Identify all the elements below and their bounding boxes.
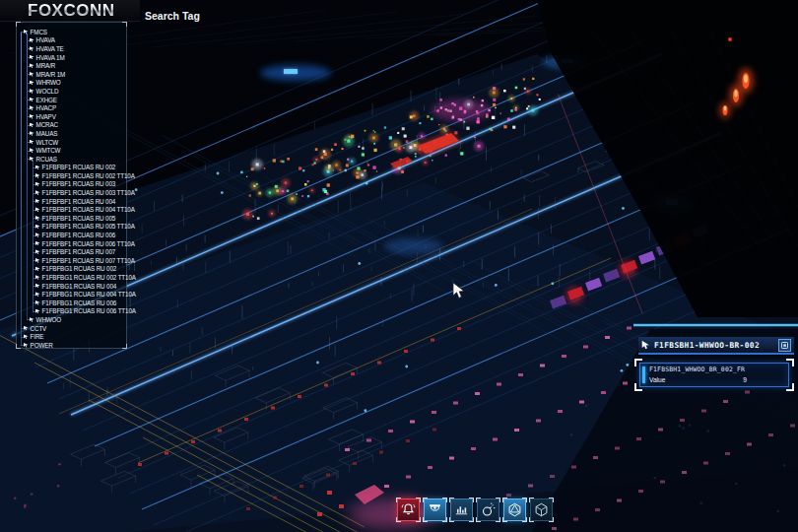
tree-item[interactable]: F1FBFBG1 RCUAS RU 006	[17, 299, 126, 307]
tag-pointer-icon	[30, 38, 34, 43]
tree-item[interactable]: WHRWO	[17, 79, 126, 88]
tree-item[interactable]: MRA/R	[17, 61, 126, 70]
bomb-button[interactable]	[477, 499, 499, 521]
tree-item[interactable]: F1FBFBF1 RCUAS RU 006 TT10A	[17, 239, 126, 248]
tree-item[interactable]: MCRAC	[17, 121, 126, 130]
cube-outline-icon	[533, 501, 550, 518]
alarm-button[interactable]	[397, 499, 420, 521]
tag-pointer-icon	[35, 216, 40, 221]
search-tag-label[interactable]: Search Tag	[145, 10, 200, 22]
tree-item[interactable]: FMCS	[17, 28, 126, 36]
button-corner-tick	[522, 517, 527, 522]
tree-item[interactable]: HVAVA 1M	[17, 53, 126, 62]
pointer-icon	[641, 340, 650, 350]
tree-item[interactable]: WLTCW	[17, 138, 126, 147]
tag-pointer-icon	[30, 98, 34, 102]
tree-item[interactable]: F1FBFBF1 RCUAS RU 003	[17, 180, 126, 189]
tag-tree-panel: FMCSHVAVAHVAVA TEHVAVA 1MMRA/RMRA/R 1MWH…	[16, 22, 127, 349]
tree-item[interactable]: MAUAS	[17, 129, 126, 138]
tag-pointer-icon	[35, 258, 40, 263]
tag-pointer-icon	[30, 140, 34, 145]
tag-pointer-icon	[24, 30, 29, 34]
tag-pointer-icon	[24, 334, 29, 339]
tree-item[interactable]: F1FBFBF1 RCUAS RU 003 TT10A	[17, 188, 126, 197]
button-corner-tick	[522, 498, 527, 502]
tag-pointer-icon	[35, 182, 40, 187]
tree-item[interactable]: RCUAS	[17, 155, 126, 164]
tree-item[interactable]: EXHGE	[17, 96, 126, 104]
tree-item[interactable]: F1FBFBG1 RCUAS RU 006 TT10A	[17, 307, 126, 316]
tree-item-label: F1FBFBG1 RCUAS RU 002 TT10A	[42, 274, 136, 281]
button-corner-tick	[529, 517, 534, 522]
tree-item[interactable]: F1FBFBG1 RCUAS RU 002 TT10A	[17, 273, 126, 282]
tree-item[interactable]: F1FBFBF1 RCUAS RU 002	[17, 164, 126, 172]
tree-item-label: WLTCW	[36, 139, 59, 146]
tree-connector	[33, 269, 35, 270]
tree-connector	[27, 142, 30, 143]
tag-pointer-icon	[35, 225, 40, 230]
tree-item[interactable]: WHWOO	[17, 315, 126, 324]
tree-item[interactable]: F1FBFBF1 RCUAS RU 006	[17, 231, 126, 239]
cube-3d-button[interactable]	[503, 499, 526, 521]
tree-item[interactable]: HVACP	[17, 103, 126, 112]
alarm-bell-icon	[400, 501, 417, 518]
tree-item[interactable]: F1FBFBF1 RCUAS RU 005 TT10A	[17, 223, 126, 232]
button-corner-tick	[416, 517, 421, 522]
cctv-button[interactable]	[424, 499, 446, 521]
chart-button[interactable]	[450, 499, 473, 521]
tree-connector	[33, 252, 35, 253]
tag-pointer-icon	[35, 300, 40, 305]
tree-item[interactable]: F1FBFBF1 RCUAS RU 002 TT10A	[17, 171, 126, 180]
tree-item[interactable]: F1FBFBG1 RCUAS RU 004	[17, 282, 126, 291]
button-corner-tick	[502, 498, 507, 502]
tag-pointer-icon	[30, 114, 34, 119]
capture-button[interactable]	[778, 339, 791, 352]
bottom-toolbar	[397, 499, 553, 521]
tree-connector	[33, 167, 35, 168]
tag-pointer-icon	[30, 123, 34, 128]
tree-item-label: RCUAS	[36, 156, 57, 163]
tree-item-label: F1FBFBG1 RCUAS RU 006	[42, 299, 117, 306]
tag-pointer-icon	[35, 241, 40, 246]
tree-item-label: F1FBFBF1 RCUAS RU 002 TT10A	[42, 172, 135, 179]
tag-pointer-icon	[30, 81, 34, 86]
button-corner-tick	[476, 498, 481, 502]
tag-info-title: F1FBSBH1-WHWOO-BR-002	[654, 341, 774, 350]
cube-button[interactable]	[530, 499, 553, 521]
tag-value-card[interactable]: F1FBSBH1_WHWOO_BR_002_FR Value 9	[639, 363, 789, 387]
tree-item[interactable]: POWER	[17, 341, 126, 350]
tree-item[interactable]: HVAVA	[17, 36, 126, 45]
tree-item-label: F1FBFBF1 RCUAS RU 006 TT10A	[42, 240, 135, 247]
tree-item[interactable]: CCTV	[17, 324, 126, 333]
tree-connector	[27, 125, 30, 126]
tree-item[interactable]: F1FBFBF1 RCUAS RU 004 TT10A	[17, 205, 126, 214]
tree-connector	[33, 193, 35, 194]
tree-connector	[27, 116, 30, 117]
tag-pointer-icon	[30, 55, 34, 60]
tree-item[interactable]: F1FBFBG1 RCUAS RU 002	[17, 265, 126, 274]
tree-item-label: F1FBFBF1 RCUAS RU 007 TT10A	[42, 257, 135, 264]
tree-item[interactable]: MRA/R 1M	[17, 70, 126, 79]
tree-item[interactable]: WMTCW	[17, 146, 126, 155]
tree-connector	[33, 201, 35, 202]
tree-item-label: F1FBFBG1 RCUAS RU 004	[42, 283, 117, 290]
button-corner-tick	[549, 517, 554, 522]
tree-connector	[33, 286, 35, 287]
tag-pointer-icon	[30, 317, 34, 322]
tree-item[interactable]: F1FBFBF1 RCUAS RU 005	[17, 214, 126, 223]
tree-item[interactable]: HVAVA TE	[17, 44, 126, 53]
tree-item[interactable]: F1FBFBF1 RCUAS RU 007	[17, 247, 126, 256]
tree-item[interactable]: F1FBFBG1 RCUAS RU 004 TT10A	[17, 290, 126, 299]
tree-item-label: F1FBFBF1 RCUAS RU 003 TT10A	[42, 189, 135, 196]
tag-pointer-icon	[35, 309, 40, 314]
top-bar: FOXCONN	[0, 0, 140, 22]
tree-item[interactable]: HVAPV	[17, 112, 126, 121]
tree-item[interactable]: F1FBFBF1 RCUAS RU 004	[17, 197, 126, 206]
tree-item[interactable]: F1FBFBF1 RCUAS RU 007 TT10A	[17, 256, 126, 265]
foxconn-logo: FOXCONN	[28, 2, 115, 19]
tag-pointer-icon	[30, 105, 34, 110]
tree-connector	[27, 159, 30, 160]
tree-item[interactable]: WOCLD	[17, 87, 126, 96]
button-corner-tick	[416, 498, 421, 502]
tree-item[interactable]: FIRE	[17, 332, 126, 341]
